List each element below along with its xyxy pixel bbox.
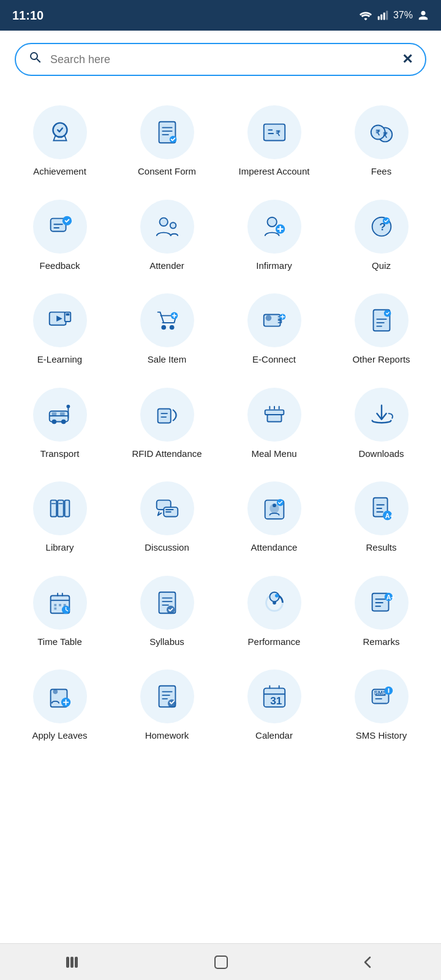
homework-label: Homework [145,729,189,742]
signal-icon [377,10,388,21]
other-reports-label: Other Reports [352,353,410,366]
grid-item-remarks[interactable]: A+ Remarks [328,565,435,659]
grid-item-imperest-account[interactable]: ₹ Imperest Account [221,94,328,189]
feedback-label: Feedback [40,260,80,272]
svg-text:A+: A+ [385,512,393,519]
svg-rect-81 [215,956,227,968]
grid-item-time-table[interactable]: Time Table [6,565,113,659]
svg-rect-36 [51,412,56,415]
apply-leaves-icon [33,669,87,723]
nav-menu-button[interactable] [65,955,83,970]
svg-rect-43 [265,410,284,415]
infirmary-label: Infirmary [256,260,292,272]
search-input[interactable] [50,53,394,66]
grid-item-elearning[interactable]: E-Learning [6,282,113,377]
econnect-label: E-Connect [252,353,296,366]
grid-item-results[interactable]: A+ Results [328,470,435,565]
grid-item-apply-leaves[interactable]: Apply Leaves [6,658,113,753]
svg-point-69 [53,690,58,695]
grid-item-sale-item[interactable]: Sale Item [113,282,221,377]
grid-item-infirmary[interactable]: Infirmary [221,189,328,283]
svg-rect-45 [50,500,56,517]
imperest-account-icon: ₹ [247,105,301,159]
calendar-label: Calendar [255,729,293,742]
bottom-nav [0,943,441,980]
sale-item-icon [140,293,194,347]
grid-item-library[interactable]: Library [6,470,113,565]
fees-icon: ₹ ₹ [355,105,409,159]
svg-rect-8 [263,124,285,141]
svg-point-52 [273,503,276,507]
svg-point-38 [51,419,56,424]
svg-point-31 [265,315,271,321]
grid-item-attendance[interactable]: Attendance [221,470,328,565]
svg-rect-44 [267,415,281,422]
time-table-icon [33,576,87,630]
grid-item-meal-menu[interactable]: Meal Menu [221,377,328,471]
elearning-icon [33,293,87,347]
grid-item-quiz[interactable]: ? Quiz [328,189,435,283]
nav-back-button[interactable] [359,954,376,971]
sms-history-icon: SMS [355,669,409,723]
svg-text:₹: ₹ [375,129,380,137]
nav-home-button[interactable] [213,954,230,971]
search-box: ✕ [15,43,426,76]
rfid-attendance-icon [140,388,194,442]
consent-form-icon [140,105,194,159]
infirmary-icon [247,200,301,254]
grid-item-sms-history[interactable]: SMS SMS History [328,658,435,753]
performance-icon [247,576,301,630]
attender-label: Attender [149,260,184,272]
grid-item-feedback[interactable]: Feedback [6,189,113,283]
search-clear-button[interactable]: ✕ [402,51,413,67]
remarks-label: Remarks [363,636,399,648]
grid-item-fees[interactable]: ₹ ₹ Fees [328,94,435,189]
search-icon [28,50,43,69]
grid-item-homework[interactable]: Homework [113,658,221,753]
user-icon [418,10,429,21]
status-time: 11:10 [12,9,43,23]
results-icon: A+ [355,481,409,535]
grid-item-other-reports[interactable]: Other Reports [328,282,435,377]
quiz-label: Quiz [372,260,391,272]
grid-item-discussion[interactable]: Discussion [113,470,221,565]
attender-icon [140,200,194,254]
sms-history-label: SMS History [356,729,407,742]
app-grid: Achievement Consent Form ₹ Imperest Acco… [0,88,441,765]
attendance-icon [247,481,301,535]
grid-item-syllabus[interactable]: Syllabus [113,565,221,659]
svg-text:₹: ₹ [275,130,280,137]
downloads-label: Downloads [358,448,404,460]
library-icon [33,481,87,535]
grid-item-econnect[interactable]: E-Connect [221,282,328,377]
svg-point-64 [274,594,278,597]
grid-item-rfid-attendance[interactable]: RFID Attendance [113,377,221,471]
svg-point-39 [61,419,66,424]
grid-item-attender[interactable]: Attender [113,189,221,283]
svg-rect-47 [64,500,69,517]
svg-rect-3 [386,11,388,20]
discussion-icon [140,481,194,535]
battery-text: 37% [393,10,413,21]
syllabus-icon [140,576,194,630]
fees-label: Fees [371,165,391,178]
grid-item-downloads[interactable]: Downloads [328,377,435,471]
apply-leaves-label: Apply Leaves [32,729,87,742]
quiz-icon: ? [355,200,409,254]
other-reports-icon [355,293,409,347]
grid-item-calendar[interactable]: 31 Calendar [221,658,328,753]
grid-item-transport[interactable]: Transport [6,377,113,471]
achievement-label: Achievement [33,165,86,178]
rfid-attendance-label: RFID Attendance [132,448,202,460]
grid-item-performance[interactable]: Performance [221,565,328,659]
grid-item-achievement[interactable]: Achievement [6,94,113,189]
results-label: Results [366,541,396,554]
svg-point-18 [267,217,276,226]
grid-item-consent-form[interactable]: Consent Form [113,94,221,189]
svg-rect-78 [66,957,69,968]
econnect-icon [247,293,301,347]
meal-menu-icon [247,388,301,442]
elearning-label: E-Learning [37,353,82,366]
svg-rect-79 [70,957,74,968]
performance-label: Performance [248,636,301,648]
